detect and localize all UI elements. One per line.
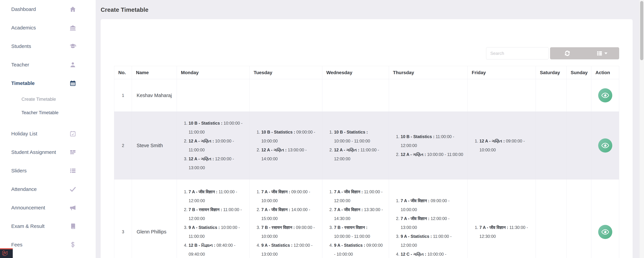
laravel-debugbar-badge[interactable] bbox=[0, 248, 13, 258]
sidebar-item-label: Students bbox=[11, 43, 31, 49]
calendar-check-icon bbox=[69, 130, 76, 137]
sidebar-item-label: Teacher bbox=[11, 62, 29, 68]
schedule-entry: 7 B - रसायन विज्ञान : 11:00:00 - 12:00:0… bbox=[188, 205, 245, 223]
sidebar-item-label: Fees bbox=[11, 242, 22, 247]
refresh-icon bbox=[564, 50, 570, 57]
sidebar-item-label: Announcement bbox=[11, 205, 45, 211]
schedule-entry: 12 A - ગણિત : 11:00:00 - 12:00:00 bbox=[334, 146, 385, 163]
column-header-no: No. bbox=[114, 66, 132, 79]
column-header-name: Name bbox=[132, 66, 177, 79]
columns-icon bbox=[596, 50, 603, 57]
day-cell-tuesday: 10 B - Statistics : 09:00:00 - 10:00:001… bbox=[250, 112, 322, 179]
book-icon bbox=[69, 223, 76, 230]
table-row: 2Steve Smith10 B - Statistics : 10:00:00… bbox=[114, 112, 619, 179]
scrollbar-thumb[interactable] bbox=[640, 1, 643, 60]
eye-icon bbox=[601, 142, 609, 150]
sidebar-item-timetable[interactable]: Timetable bbox=[0, 74, 96, 92]
schedule-list: 7 A - जीव विज्ञान : 11:30:00 - 12:30:00 bbox=[472, 223, 532, 241]
day-cell-saturday bbox=[536, 112, 567, 179]
day-cell-wednesday: 7 A - जीव विज्ञान : 11:00:00 - 12:00:007… bbox=[322, 179, 389, 258]
schedule-entry: 7 A - जीव विज्ञान : 11:30:00 - 12:30:00 bbox=[480, 223, 532, 241]
sidebar-item-teacher[interactable]: Teacher bbox=[0, 56, 96, 74]
sidebar-item-dashboard[interactable]: Dashboard bbox=[0, 0, 96, 19]
calendar-icon bbox=[69, 80, 76, 87]
caret-down-icon bbox=[604, 52, 608, 54]
schedule-list: 7 A - जीव विज्ञान : 11:00:00 - 12:00:007… bbox=[326, 187, 385, 258]
schedule-entry: 7 A - जीव विज्ञान : 11:00:00 - 12:00:00 bbox=[188, 187, 245, 205]
view-timetable-button[interactable] bbox=[598, 225, 612, 239]
sidebar-nav: DashboardAcademicsStudentsTeacherTimetab… bbox=[0, 0, 96, 254]
action-cell bbox=[591, 179, 619, 258]
sidebar-item-holiday-list[interactable]: Holiday List bbox=[0, 124, 96, 143]
column-visibility-button[interactable] bbox=[584, 47, 619, 59]
column-header-monday: Monday bbox=[177, 66, 250, 79]
sidebar-item-student-assignment[interactable]: Student Assignment bbox=[0, 143, 96, 162]
schedule-entry: 9 A - Statistics : 09:00:00 - 10:00:00 bbox=[334, 241, 385, 258]
sidebar-item-teacher-timetable[interactable]: Teacher Timetable bbox=[0, 106, 96, 119]
row-number: 1 bbox=[114, 79, 132, 112]
schedule-entry: 12 A - ગણિત : 10:00:00 - 11:00:00 bbox=[401, 150, 464, 159]
schedule-entry: 9 A - Statistics : 11:00:00 - 12:00:00 bbox=[401, 232, 464, 250]
schedule-entry: 7 B - रसायन विज्ञान : 10:00:00 - 11:00:0… bbox=[334, 223, 385, 241]
sidebar-item-exam-result[interactable]: Exam & Result bbox=[0, 217, 96, 235]
sidebar-item-label: Holiday List bbox=[11, 131, 37, 137]
schedule-list: 7 A - जीव विज्ञान : 11:00:00 - 12:00:007… bbox=[181, 187, 245, 258]
list-icon bbox=[69, 167, 76, 174]
sidebar-item-students[interactable]: Students bbox=[0, 37, 96, 56]
schedule-list: 12 A - ગણિત : 09:00:00 - 10:00:00 bbox=[472, 137, 532, 154]
timetable-card: No.NameMondayTuesdayWednesdayThursdayFri… bbox=[101, 19, 632, 258]
view-timetable-button[interactable] bbox=[598, 139, 612, 153]
page-scrollbar[interactable] bbox=[639, 0, 644, 258]
column-header-sunday: Sunday bbox=[567, 66, 591, 79]
bank-icon bbox=[69, 24, 76, 31]
day-cell-friday: 12 A - ગણિત : 09:00:00 - 10:00:00 bbox=[468, 112, 536, 179]
schedule-entry: 10 B - Statistics : 10:00:00 - 11:00:00 bbox=[188, 119, 245, 137]
sidebar: DashboardAcademicsStudentsTeacherTimetab… bbox=[0, 0, 96, 258]
schedule-list: 7 A - जीव विज्ञान : 09:00:00 - 10:00:007… bbox=[254, 187, 318, 258]
sidebar-item-label: Student Assignment bbox=[11, 149, 56, 155]
day-cell-thursday: 10 B - Statistics : 11:00:00 - 12:00:001… bbox=[389, 112, 468, 179]
day-cell-saturday bbox=[536, 79, 567, 112]
sidebar-item-label: Create Timetable bbox=[22, 97, 56, 102]
schedule-entry: 10 B - Statistics : 11:00:00 - 12:00:00 bbox=[401, 132, 464, 150]
view-timetable-button[interactable] bbox=[598, 88, 612, 102]
check-icon bbox=[69, 186, 76, 193]
sidebar-item-label: Attendance bbox=[11, 186, 37, 192]
day-cell-sunday bbox=[567, 179, 591, 258]
teacher-name: Steve Smith bbox=[132, 112, 177, 179]
timetable-table: No.NameMondayTuesdayWednesdayThursdayFri… bbox=[114, 66, 619, 258]
table-toolbar bbox=[114, 19, 619, 59]
sidebar-item-academics[interactable]: Academics bbox=[0, 19, 96, 37]
column-header-action: Action bbox=[591, 66, 619, 79]
table-header-row: No.NameMondayTuesdayWednesdayThursdayFri… bbox=[114, 66, 619, 79]
teacher-name: Keshav Maharaj bbox=[132, 79, 177, 112]
page-title: Create Timetable bbox=[101, 7, 644, 13]
schedule-list: 10 B - Statistics : 10:00:00 - 11:00:001… bbox=[181, 119, 245, 172]
schedule-entry: 12 B - વિજ્ઞાન : 08:40:00 - 09:40:00 bbox=[188, 241, 245, 258]
day-cell-wednesday bbox=[322, 79, 389, 112]
day-cell-thursday: 7 A - जीव विज्ञान : 09:00:00 - 10:00:007… bbox=[389, 179, 468, 258]
day-cell-thursday bbox=[389, 79, 468, 112]
day-cell-monday bbox=[177, 79, 250, 112]
sidebar-item-announcement[interactable]: Announcement bbox=[0, 198, 96, 217]
column-header-tuesday: Tuesday bbox=[250, 66, 322, 79]
schedule-entry: 12 A - ગણિત : 13:00:00 - 14:00:00 bbox=[261, 146, 318, 163]
refresh-button[interactable] bbox=[550, 47, 584, 59]
sidebar-item-sliders[interactable]: Sliders bbox=[0, 162, 96, 180]
sidebar-item-label: Exam & Result bbox=[11, 223, 44, 229]
schedule-entry: 12 A - ગણિત : 10:00:00 - 11:00:00 bbox=[188, 137, 245, 154]
sidebar-item-fees[interactable]: Fees bbox=[0, 235, 96, 254]
day-cell-friday: 7 A - जीव विज्ञान : 11:30:00 - 12:30:00 bbox=[468, 179, 536, 258]
search-input[interactable] bbox=[486, 47, 548, 59]
day-cell-friday bbox=[468, 79, 536, 112]
schedule-entry: 7 A - जीव विज्ञान : 11:00:00 - 12:00:00 bbox=[334, 187, 385, 205]
schedule-entry: 12 A - ગણિત : 12:00:00 - 13:00:00 bbox=[188, 154, 245, 172]
day-cell-sunday bbox=[567, 112, 591, 179]
sidebar-item-attendance[interactable]: Attendance bbox=[0, 180, 96, 198]
megaphone-icon bbox=[69, 204, 76, 211]
sidebar-item-create-timetable[interactable]: Create Timetable bbox=[0, 92, 96, 106]
day-cell-tuesday bbox=[250, 79, 322, 112]
row-number: 2 bbox=[114, 112, 132, 179]
eye-icon bbox=[601, 91, 609, 99]
table-row: 1Keshav Maharaj bbox=[114, 79, 619, 112]
